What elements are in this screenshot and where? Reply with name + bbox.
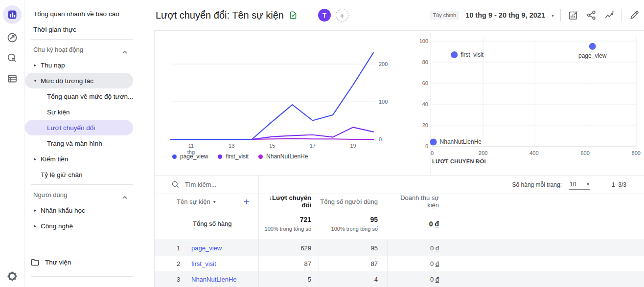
column-header-revenue[interactable]: Doanh thu sự kiện xyxy=(387,194,441,209)
cell-users: 4 xyxy=(319,271,387,287)
legend-item: NhanNutLienHe xyxy=(258,153,308,160)
row-index: 2 xyxy=(177,260,191,267)
nav-rail xyxy=(0,0,24,287)
share-button[interactable] xyxy=(585,9,597,21)
rows-per-page-select[interactable]: 10 ▾ xyxy=(569,180,590,190)
total-revenue: 0 đ xyxy=(387,220,439,228)
verified-report-icon xyxy=(289,11,298,20)
svg-text:20: 20 xyxy=(422,122,428,128)
sidebar-item-engagement[interactable]: ▾ Mức độ tương tác xyxy=(25,73,133,88)
svg-text:100: 100 xyxy=(379,99,388,105)
table-row[interactable]: 1page_view 629 95 0 đ xyxy=(155,240,644,256)
sidebar-item-engagement-overview[interactable]: Tổng quan về mức độ tươn... xyxy=(25,88,154,104)
legend-item: first_visit xyxy=(218,153,249,160)
share-icon xyxy=(586,10,597,21)
chevron-up-icon xyxy=(122,193,127,200)
explore-icon[interactable] xyxy=(3,28,22,47)
divider xyxy=(621,9,622,22)
customize-report-button[interactable] xyxy=(567,9,579,21)
bar-chart-icon xyxy=(7,9,18,20)
sidebar-item-realtime[interactable]: Thời gian thực xyxy=(25,22,154,37)
sidebar-item-tech[interactable]: ▸ Công nghệ xyxy=(25,218,154,234)
event-name-link[interactable]: NhanNutLienHe xyxy=(191,276,237,283)
charts-section: 010020011thg13151719 page_view first_vis… xyxy=(155,31,644,176)
table-totals-row: Tổng số hàng 721 100% trong tổng số 95 1… xyxy=(155,208,644,240)
svg-text:11: 11 xyxy=(188,143,194,149)
events-table: Số hàng mỗi trang: 10 ▾ 1–3/3 Tên sự kiệ… xyxy=(155,176,644,287)
table-toolbar: Số hàng mỗi trang: 10 ▾ 1–3/3 xyxy=(155,176,644,194)
svg-text:19: 19 xyxy=(350,143,356,149)
search-input[interactable] xyxy=(185,181,253,188)
cell-conversions: 629 xyxy=(258,244,319,252)
triangle-right-icon: ▸ xyxy=(30,208,41,213)
event-name-link[interactable]: first_visit xyxy=(191,260,216,267)
explore-glyph xyxy=(6,32,18,44)
table-header-row: Tên sự kiện ▾ + ↓Lượt chuyển đổi Tổng số… xyxy=(155,194,644,208)
divider xyxy=(560,9,561,22)
sidebar-section-user[interactable]: Người dùng xyxy=(25,187,154,202)
add-column-button[interactable]: + xyxy=(244,197,250,207)
triangle-right-icon: ▸ xyxy=(30,223,41,228)
search-icon xyxy=(172,181,179,188)
sidebar-item-snapshot[interactable]: Tổng quan nhanh về báo cáo xyxy=(25,6,154,22)
svg-text:200: 200 xyxy=(379,61,388,67)
configure-icon[interactable] xyxy=(3,69,22,88)
sidebar-item-monetization[interactable]: ▸ Kiếm tiền xyxy=(25,151,154,167)
comparison-chip-avatar[interactable]: T xyxy=(318,9,331,22)
total-conversions-share: 100% trong tổng số xyxy=(258,226,311,232)
reports-icon[interactable] xyxy=(3,5,22,24)
cell-conversions: 87 xyxy=(258,260,319,267)
column-header-event-name[interactable]: Tên sự kiện xyxy=(177,198,210,205)
edit-report-button[interactable] xyxy=(628,9,640,21)
sidebar-item-events[interactable]: Sự kiện xyxy=(25,104,154,120)
advertising-icon[interactable] xyxy=(3,49,22,67)
sidebar-item-conversions-selected[interactable]: Lượt chuyển đổi xyxy=(25,120,133,135)
legend-item: page_view xyxy=(172,153,208,160)
sidebar-section-lifecycle[interactable]: Chu kỳ hoạt động xyxy=(25,42,154,57)
legend-dot xyxy=(258,155,263,159)
svg-text:400: 400 xyxy=(529,150,538,156)
date-range-selector[interactable]: 10 thg 9 - 20 thg 9, 2021 xyxy=(465,11,545,19)
table-row[interactable]: 2first_visit 87 87 0 đ xyxy=(155,256,644,271)
svg-text:page_view: page_view xyxy=(578,52,607,59)
legend-dot xyxy=(172,155,177,159)
svg-text:200: 200 xyxy=(479,150,487,156)
conversions-scatter-chart[interactable]: 0204060801000200400600800LƯỢT CHUYỂN ĐỔI… xyxy=(414,31,644,176)
insights-button[interactable] xyxy=(603,9,615,21)
sidebar-item-library[interactable]: Thư viện xyxy=(25,254,154,270)
total-users-share: 100% trong tổng số xyxy=(319,226,378,232)
column-header-conversions[interactable]: ↓Lượt chuyển đổi xyxy=(258,194,319,209)
rows-per-page-label: Số hàng mỗi trang: xyxy=(512,181,562,188)
chart-edit-icon xyxy=(568,10,578,21)
sidebar-item-demographics[interactable]: ▸ Nhân khẩu học xyxy=(25,202,154,218)
svg-text:NhanNutLienHe: NhanNutLienHe xyxy=(440,138,482,145)
table-row[interactable]: 3NhanNutLienHe 5 4 0 đ xyxy=(155,271,644,287)
page-title: Lượt chuyển đổi: Tên sự kiện xyxy=(156,10,284,21)
legend-dot xyxy=(218,155,222,159)
cell-users: 95 xyxy=(319,240,387,256)
pencil-icon xyxy=(629,10,640,21)
sidebar-item-acquisition[interactable]: ▸ Thu nạp xyxy=(25,57,154,73)
svg-text:800: 800 xyxy=(632,150,641,156)
chevron-down-icon: ▾ xyxy=(552,13,554,18)
svg-text:LƯỢT CHUYỂN ĐỔI: LƯỢT CHUYỂN ĐỔI xyxy=(432,158,486,165)
sidebar-divider xyxy=(31,39,133,40)
chevron-down-icon: ▾ xyxy=(213,199,216,204)
event-name-link[interactable]: page_view xyxy=(191,244,222,252)
svg-text:13: 13 xyxy=(229,143,234,149)
add-comparison-button[interactable]: + xyxy=(336,9,348,22)
svg-text:80: 80 xyxy=(422,59,428,65)
column-header-users[interactable]: Tổng số người dùng xyxy=(319,198,387,205)
svg-text:0: 0 xyxy=(425,143,428,149)
date-range-type-badge: Tùy chỉnh xyxy=(430,11,459,20)
sidebar-divider xyxy=(31,184,133,185)
sidebar-item-pages-screens[interactable]: Trang và màn hình xyxy=(25,135,154,151)
triangle-right-icon: ▸ xyxy=(30,156,41,161)
admin-gear-icon[interactable] xyxy=(6,270,18,282)
triangle-down-icon: ▾ xyxy=(30,78,41,83)
svg-text:100: 100 xyxy=(419,38,428,44)
row-index: 1 xyxy=(177,244,191,252)
table-glyph xyxy=(6,73,18,85)
sidebar-item-retention[interactable]: Tỷ lệ giữ chân xyxy=(25,167,154,182)
sidebar-divider xyxy=(31,276,133,277)
